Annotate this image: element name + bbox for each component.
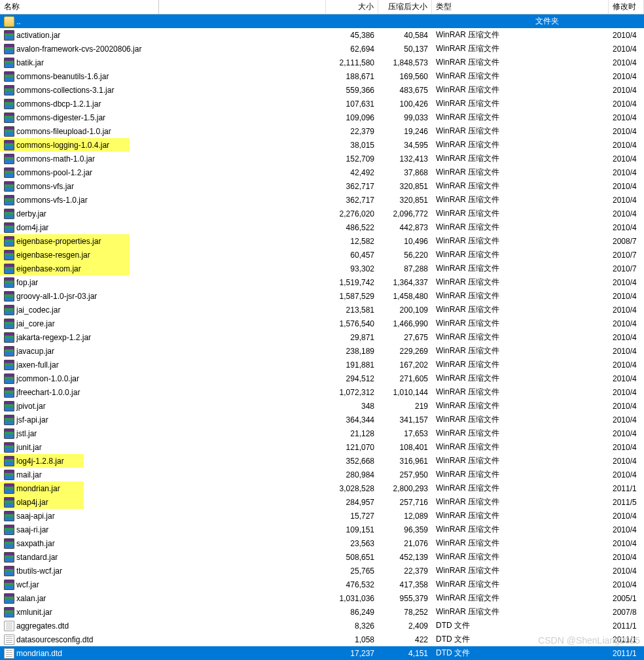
file-packed-size: 56,220: [378, 249, 432, 261]
file-date: 2005/1: [609, 593, 644, 604]
file-row[interactable]: commons-math-1.0.jar152,709132,413WinRAR…: [0, 152, 644, 165]
file-row[interactable]: junit.jar121,070108,401WinRAR 压缩文件2010/4: [0, 440, 644, 454]
file-name: commons-logging-1.0.4.jar: [16, 141, 109, 150]
file-row[interactable]: log4j-1.2.8.jar352,668316,961WinRAR 压缩文件…: [0, 454, 644, 468]
file-row[interactable]: jakarta-regexp-1.2.jar29,87127,675WinRAR…: [0, 330, 644, 344]
file-type: DTD 文件: [432, 633, 609, 646]
file-row[interactable]: tbutils-wcf.jar25,76522,379WinRAR 压缩文件20…: [0, 564, 644, 578]
file-row[interactable]: saaj-ri.jar109,15196,359WinRAR 压缩文件2010/…: [0, 523, 644, 536]
file-size: 29,871: [326, 332, 378, 343]
file-size: 109,096: [326, 112, 378, 124]
file-size: 352,668: [326, 455, 378, 467]
file-row[interactable]: jaxen-full.jar191,881167,202WinRAR 压缩文件2…: [0, 358, 644, 372]
file-row[interactable]: wcf.jar476,532417,358WinRAR 压缩文件2010/4: [0, 578, 644, 591]
file-size: 191,881: [326, 359, 378, 371]
file-row[interactable]: olap4j.jar284,957257,716WinRAR 压缩文件2011/…: [0, 495, 644, 509]
file-size: 93,302: [326, 263, 378, 275]
file-row[interactable]: jpivot.jar348219WinRAR 压缩文件2010/4: [0, 399, 644, 413]
archive-icon: [4, 99, 14, 109]
file-type: WinRAR 压缩文件: [432, 317, 609, 330]
file-row[interactable]: commons-pool-1.2.jar42,49237,868WinRAR 压…: [0, 165, 644, 179]
file-row[interactable]: saaj-api.jar15,72712,089WinRAR 压缩文件2010/…: [0, 509, 644, 523]
file-date: 2010/4: [609, 222, 644, 234]
file-size: 2,276,020: [326, 208, 378, 220]
file-row[interactable]: jai_core.jar1,576,5401,466,990WinRAR 压缩文…: [0, 317, 644, 330]
archive-icon: [4, 181, 14, 192]
archive-icon: [4, 305, 14, 315]
file-name: aggregates.dtd: [16, 621, 69, 631]
file-row[interactable]: eigenbase-resgen.jar60,45756,220WinRAR 压…: [0, 248, 644, 262]
file-row[interactable]: mail.jar280,984257,950WinRAR 压缩文件2010/4: [0, 468, 644, 481]
file-size: 1,587,529: [326, 290, 378, 302]
file-name: jai_core.jar: [16, 319, 55, 328]
file-row[interactable]: mondrian.dtd17,2374,151DTD 文件2011/1: [0, 646, 644, 660]
file-row[interactable]: jstl.jar21,12817,653WinRAR 压缩文件2010/4: [0, 426, 644, 440]
file-name: saaj-ri.jar: [16, 525, 48, 534]
file-row[interactable]: datasourcesconfig.dtd1,058422DTD 文件2011/…: [0, 633, 644, 646]
file-row[interactable]: avalon-framework-cvs-20020806.jar62,6945…: [0, 42, 644, 56]
file-date: 2010/4: [609, 551, 644, 563]
file-packed-size: 1,466,990: [378, 318, 432, 330]
file-packed-size: 483,675: [378, 84, 432, 96]
file-row[interactable]: commons-vfs.jar362,717320,851WinRAR 压缩文件…: [0, 179, 644, 193]
file-row[interactable]: jsf-api.jar364,344341,157WinRAR 压缩文件2010…: [0, 413, 644, 426]
file-row[interactable]: commons-dbcp-1.2.1.jar107,631100,426WinR…: [0, 97, 644, 111]
column-header-type[interactable]: 类型: [432, 0, 609, 14]
file-name: jaxen-full.jar: [16, 360, 59, 370]
file-row[interactable]: jcommon-1.0.0.jar294,512271,605WinRAR 压缩…: [0, 372, 644, 385]
file-row[interactable]: derby.jar2,276,0202,096,772WinRAR 压缩文件20…: [0, 207, 644, 220]
file-date: 2010/4: [609, 414, 644, 426]
file-date: 2010/4: [609, 455, 644, 467]
file-date: 2010/4: [609, 524, 644, 536]
file-row[interactable]: dom4j.jar486,522442,873WinRAR 压缩文件2010/4: [0, 220, 644, 234]
file-row[interactable]: batik.jar2,111,5801,848,573WinRAR 压缩文件20…: [0, 56, 644, 69]
file-row[interactable]: standard.jar508,651452,139WinRAR 压缩文件201…: [0, 550, 644, 564]
file-row[interactable]: activation.jar45,38640,584WinRAR 压缩文件201…: [0, 28, 644, 42]
file-row[interactable]: commons-collections-3.1.jar559,366483,67…: [0, 83, 644, 97]
file-date: 2011/1: [609, 620, 644, 632]
file-row[interactable]: mondrian.jar3,028,5282,800,293WinRAR 压缩文…: [0, 481, 644, 495]
file-size: 45,386: [326, 29, 378, 41]
file-row[interactable]: commons-logging-1.0.4.jar38,01534,595Win…: [0, 138, 644, 152]
file-date: 2010/4: [609, 208, 644, 220]
archive-icon: [4, 71, 14, 82]
file-packed-size: 442,873: [378, 222, 432, 234]
file-date: 2010/4: [609, 71, 644, 82]
file-type: WinRAR 压缩文件: [432, 454, 609, 468]
file-row[interactable]: xmlunit.jar86,24978,252WinRAR 压缩文件2007/8: [0, 605, 644, 619]
file-row[interactable]: commons-vfs-1.0.jar362,717320,851WinRAR …: [0, 193, 644, 207]
file-packed-size: 1,458,480: [378, 290, 432, 302]
file-row[interactable]: fop.jar1,519,7421,364,337WinRAR 压缩文件2010…: [0, 275, 644, 289]
column-header-date[interactable]: 修改时: [609, 0, 644, 14]
file-size: 362,717: [326, 194, 378, 206]
file-row[interactable]: commons-beanutils-1.6.jar188,671169,560W…: [0, 69, 644, 83]
file-packed-size: 1,848,573: [378, 57, 432, 69]
file-name: commons-beanutils-1.6.jar: [16, 72, 109, 81]
parent-folder-row[interactable]: .. 文件夹: [0, 14, 644, 28]
file-row[interactable]: eigenbase-properties.jar12,58210,496WinR…: [0, 234, 644, 248]
file-row[interactable]: saxpath.jar23,56321,076WinRAR 压缩文件2010/4: [0, 536, 644, 550]
file-packed-size: 257,716: [378, 496, 432, 508]
file-row[interactable]: aggregates.dtd8,3262,409DTD 文件2011/1: [0, 619, 644, 633]
column-header-packed[interactable]: 压缩后大小: [378, 0, 432, 14]
file-row[interactable]: commons-digester-1.5.jar109,09699,033Win…: [0, 111, 644, 124]
file-name: jakarta-regexp-1.2.jar: [16, 333, 91, 342]
file-row[interactable]: commons-fileupload-1.0.jar22,37919,246Wi…: [0, 124, 644, 138]
file-name: wcf.jar: [16, 580, 39, 589]
file-date: 2010/4: [609, 332, 644, 343]
column-header-name[interactable]: 名称: [0, 0, 326, 14]
file-row[interactable]: eigenbase-xom.jar93,30287,288WinRAR 压缩文件…: [0, 262, 644, 275]
file-packed-size: 200,109: [378, 304, 432, 316]
archive-icon: [4, 264, 14, 274]
file-type: WinRAR 压缩文件: [432, 536, 609, 550]
file-name: eigenbase-properties.jar: [16, 237, 101, 246]
file-row[interactable]: jai_codec.jar213,581200,109WinRAR 压缩文件20…: [0, 303, 644, 317]
file-row[interactable]: groovy-all-1.0-jsr-03.jar1,587,5291,458,…: [0, 289, 644, 303]
file-size: 1,031,036: [326, 593, 378, 604]
file-row[interactable]: xalan.jar1,031,036955,379WinRAR 压缩文件2005…: [0, 591, 644, 605]
file-row[interactable]: jfreechart-1.0.0.jar1,072,3121,010,144Wi…: [0, 385, 644, 399]
file-row[interactable]: javacup.jar238,189229,269WinRAR 压缩文件2010…: [0, 344, 644, 358]
file-size: 238,189: [326, 345, 378, 357]
archive-icon: [4, 607, 14, 617]
column-header-size[interactable]: 大小: [326, 0, 378, 14]
